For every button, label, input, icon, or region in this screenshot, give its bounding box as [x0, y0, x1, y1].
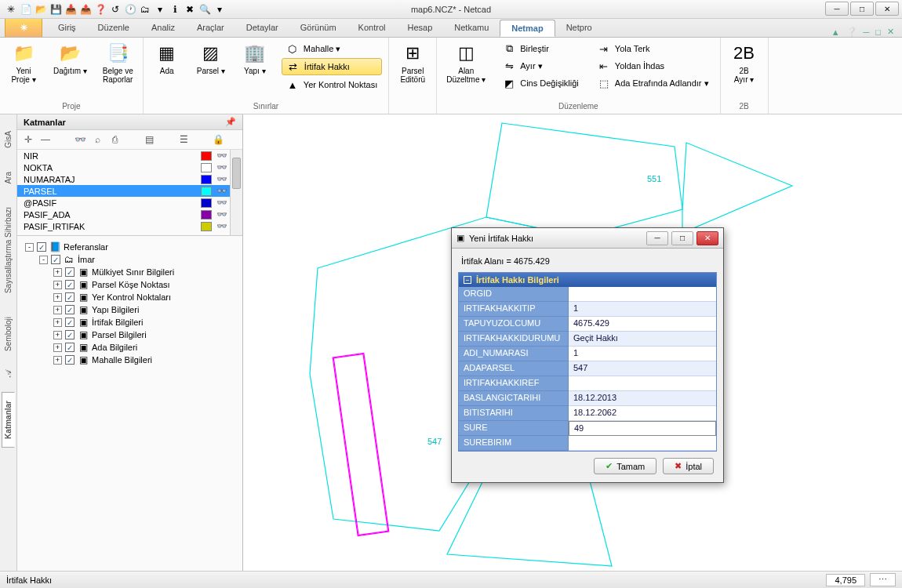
qat-icon-10[interactable]: ▾: [154, 3, 166, 16]
tree-node[interactable]: +✓▣Yer Kontrol Noktaları: [22, 291, 238, 303]
panel-tool[interactable]: 🔒: [212, 133, 224, 146]
qat-icon-2[interactable]: 📂: [35, 3, 47, 16]
qat-icon-8[interactable]: 🕐: [124, 3, 136, 16]
qat-icon-12[interactable]: ✖: [184, 3, 196, 16]
grid-row[interactable]: IRTIFAKHAKKIREF: [459, 376, 716, 391]
qat-icon-0[interactable]: ✳: [5, 3, 17, 16]
reference-tree[interactable]: -✓📘Referanslar-✓🗂İmar+✓▣Mülkiyet Sınır B…: [17, 236, 242, 571]
ribbon-button[interactable]: 📁YeniProje ▾: [6, 41, 41, 85]
tabstrip-icon[interactable]: ─: [864, 27, 870, 37]
panel-tool[interactable]: ▤: [143, 133, 155, 146]
vtab[interactable]: Katmanlar: [2, 392, 15, 448]
maximize-button[interactable]: □: [850, 2, 874, 16]
grid-row[interactable]: SUREBIRIM: [459, 436, 716, 451]
ribbon-button[interactable]: ⬡Mahalle ▾: [282, 41, 382, 56]
tab-hesap[interactable]: Hesap: [396, 20, 443, 37]
grid-row[interactable]: TAPUYUZOLCUMU4675.429: [459, 317, 716, 332]
ribbon-button[interactable]: ▲Yer Kontrol Noktası: [282, 77, 382, 93]
cancel-button[interactable]: ✖İptal: [663, 458, 714, 474]
qat-icon-11[interactable]: ℹ: [169, 3, 181, 16]
grid-header[interactable]: − İrtifak Hakkı Bilgileri: [459, 273, 716, 287]
panel-tool[interactable]: ☰: [177, 133, 190, 146]
tree-node[interactable]: +✓▣Mülkiyet Sınır Bilgileri: [22, 266, 238, 278]
tab-araçlar[interactable]: Araçlar: [186, 20, 235, 37]
qat-icon-4[interactable]: 📥: [64, 3, 77, 16]
tab-giriş[interactable]: Giriş: [47, 20, 87, 37]
dialog-minimize[interactable]: ─: [646, 231, 668, 245]
panel-tool[interactable]: ✛: [22, 133, 35, 146]
ribbon-button[interactable]: ⇥Yola Terk: [593, 41, 714, 56]
panel-tool[interactable]: [195, 133, 207, 146]
tree-node[interactable]: +✓▣Ada Bilgileri: [22, 341, 238, 354]
tabstrip-icon[interactable]: ❔: [846, 27, 857, 37]
ribbon-button[interactable]: ⧉Birleştir: [498, 41, 584, 56]
panel-tool[interactable]: [56, 133, 69, 146]
vtab[interactable]: Ara: [2, 163, 15, 193]
grid-row[interactable]: IRTIFAKHAKKITIP1: [459, 302, 716, 317]
panel-tool[interactable]: [125, 133, 138, 146]
pin-icon[interactable]: 📌: [225, 117, 236, 127]
layer-row[interactable]: @PASIF👓✖: [17, 197, 242, 209]
ribbon-button[interactable]: ⊞ParselEditörü: [395, 41, 430, 85]
ribbon-button[interactable]: ⇋Ayır ▾: [498, 58, 584, 74]
layer-row[interactable]: PASIF_ADA👓✖: [17, 209, 242, 220]
grid-row[interactable]: SURE49: [459, 421, 716, 436]
ribbon-button[interactable]: ◩Cins Değişikliği: [498, 75, 584, 91]
tree-node[interactable]: +✓▣Parsel Köşe Noktası: [22, 278, 238, 291]
vtab[interactable]: Sayısallaştırma Sihirbazı: [2, 198, 15, 302]
qat-icon-6[interactable]: ❓: [94, 3, 107, 16]
close-button[interactable]: ✕: [875, 2, 899, 16]
tabstrip-icon[interactable]: □: [875, 27, 881, 37]
layer-row[interactable]: NOKTA👓✖: [17, 162, 242, 173]
grid-row[interactable]: BASLANGICTARIHI18.12.2013: [459, 391, 716, 406]
grid-row[interactable]: BITISTARIHI18.12.2062: [459, 406, 716, 421]
grid-row[interactable]: ORGID: [459, 287, 716, 302]
panel-tool[interactable]: [160, 133, 173, 146]
vtab[interactable]: GisA: [2, 122, 15, 157]
panel-tool[interactable]: ⌕: [91, 133, 104, 146]
app-button[interactable]: ✳: [5, 18, 42, 37]
ribbon-button[interactable]: ⇄İrtifak Hakkı: [282, 58, 382, 75]
tree-node[interactable]: +✓▣İrtifak Bilgileri: [22, 316, 238, 328]
ribbon-button[interactable]: 2B2BAyır ▾: [727, 41, 762, 85]
tab-kontrol[interactable]: Kontrol: [347, 20, 397, 37]
vtab[interactable]: 𝒜: [2, 361, 16, 386]
scrollbar[interactable]: [230, 150, 242, 235]
qat-icon-14[interactable]: ▾: [213, 3, 226, 16]
tree-node[interactable]: -✓📘Referanslar: [22, 241, 238, 253]
tree-node[interactable]: +✓▣Yapı Bilgileri: [22, 303, 238, 316]
ribbon-button[interactable]: 🏢Yapı ▾: [238, 41, 272, 77]
tab-analiz[interactable]: Analiz: [140, 20, 186, 37]
qat-icon-1[interactable]: 📄: [20, 3, 32, 16]
tab-netmap[interactable]: Netmap: [500, 20, 555, 37]
tabstrip-icon[interactable]: ▲: [831, 27, 840, 37]
grid-row[interactable]: IRTIFAKHAKKIDURUMUGeçit Hakkı: [459, 332, 716, 347]
tabstrip-icon[interactable]: ✕: [887, 27, 894, 37]
qat-icon-5[interactable]: 📤: [79, 3, 92, 16]
layer-row[interactable]: NIR👓✖: [17, 150, 242, 162]
qat-icon-3[interactable]: 💾: [49, 3, 62, 16]
qat-icon-7[interactable]: ↺: [109, 3, 122, 16]
ribbon-button[interactable]: 📑Belge veRaporlar: [100, 41, 136, 85]
tab-netkamu[interactable]: Netkamu: [443, 20, 500, 37]
minimize-button[interactable]: ─: [825, 2, 849, 16]
tree-node[interactable]: +✓▣Mahalle Bilgileri: [22, 354, 238, 366]
tab-görünüm[interactable]: Görünüm: [289, 20, 347, 37]
grid-row[interactable]: ADAPARSEL547: [459, 361, 716, 376]
layer-row[interactable]: NUMARATAJ👓✖: [17, 173, 242, 185]
grid-row[interactable]: ADI_NUMARASI1: [459, 347, 716, 361]
status-more[interactable]: ⋯: [870, 573, 896, 586]
vtab[interactable]: Semboloji: [2, 308, 15, 360]
tab-detaylar[interactable]: Detaylar: [235, 20, 289, 37]
ribbon-button[interactable]: ▨Parsel ▾: [194, 41, 228, 77]
ribbon-button[interactable]: ◫AlanDüzeltme ▾: [443, 41, 489, 85]
ok-button[interactable]: ✔Tamam: [594, 458, 656, 474]
ribbon-button[interactable]: 📂Dağıtım ▾: [50, 41, 90, 77]
layer-row[interactable]: PARSEL👓✖: [17, 185, 242, 197]
dialog-maximize[interactable]: □: [671, 231, 693, 245]
layer-row[interactable]: PASIF_IRTIFAK👓✖: [17, 220, 242, 232]
ribbon-button[interactable]: ⇤Yoldan İhdas: [593, 58, 714, 74]
tab-netpro[interactable]: Netpro: [555, 20, 603, 37]
ribbon-button[interactable]: ⬚Ada Etrafında Adlandır ▾: [593, 75, 714, 91]
dialog-close[interactable]: ✕: [697, 231, 718, 245]
